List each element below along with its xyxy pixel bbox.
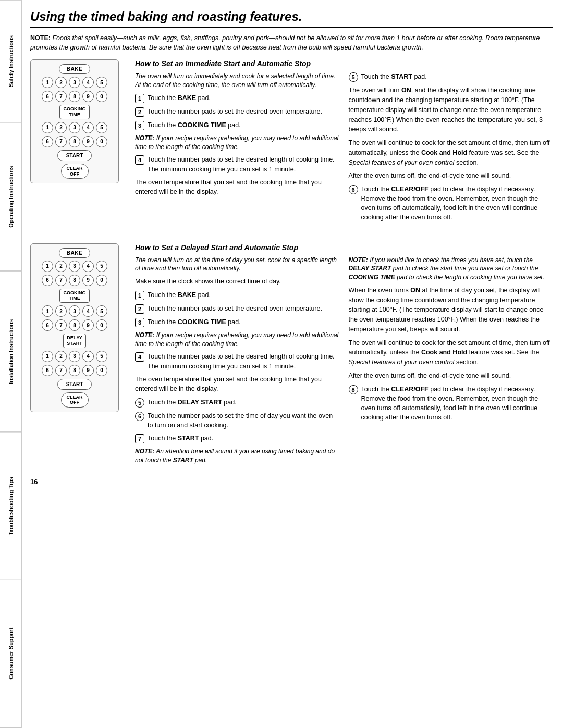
section1-cook-hold: The oven will continue to cook for the s… — [349, 138, 553, 167]
step1-4: 4 Touch the number pads to set the desir… — [135, 155, 339, 174]
step-num-2-1: 1 — [135, 291, 144, 300]
sidebar-label-consumer: Consumer Support — [8, 628, 14, 680]
step1-1: 1 Touch the BAKE pad. — [135, 93, 339, 103]
num-row-2c: 1 2 3 4 5 — [42, 305, 107, 317]
section-delayed: BAKE 1 2 3 4 5 6 7 8 9 0 COOKINGTIME — [30, 243, 553, 469]
section2-preheating-note: NOTE: If your recipe requires preheating… — [135, 331, 339, 349]
num-0: 0 — [96, 91, 107, 102]
num-9: 9 — [82, 91, 94, 102]
section1-heading: How to Set an Immediate Start and Automa… — [135, 59, 553, 68]
step2-2: 2 Touch the number pads to set the desir… — [135, 304, 339, 314]
section-immediate: BAKE 1 2 3 4 5 6 7 8 9 0 COOKINGTIME — [30, 59, 553, 226]
num-row-1d: 6 7 8 9 0 — [42, 136, 107, 147]
section2-left: BAKE 1 2 3 4 5 6 7 8 9 0 COOKINGTIME — [30, 243, 127, 469]
sidebar-item-safety: Safety Instructions — [0, 0, 21, 122]
num-7: 7 — [55, 91, 67, 102]
main-content: Using the timed baking and roasting feat… — [22, 0, 563, 728]
sidebar-item-installation: Installation Instructions — [0, 271, 21, 432]
num-row-2d: 6 7 8 9 0 — [42, 319, 107, 331]
section1-on-text: The oven will turn ON, and the display w… — [349, 85, 553, 134]
top-note-text: Foods that spoil easily—such as milk, eg… — [30, 34, 540, 51]
step1-3: 3 Touch the COOKING TIME pad. — [135, 120, 339, 130]
section1-col-left: The oven will turn on immediately and co… — [135, 72, 339, 226]
section1-preheating-note: NOTE: If your recipe requires preheating… — [135, 134, 339, 152]
sidebar-item-troubleshooting: Troubleshooting Tips — [0, 432, 21, 581]
step-num-2-2: 2 — [135, 304, 144, 314]
page-number: 16 — [30, 478, 553, 486]
cooking-time-button-2: COOKINGTIME — [59, 289, 89, 303]
sidebar-label-installation: Installation Instructions — [8, 319, 14, 384]
step1-6: 6 Touch the CLEAR/OFF pad to clear the d… — [349, 184, 553, 223]
section2-display-note: The oven temperature that you set and th… — [135, 375, 339, 394]
num-row-1a: 1 2 3 4 5 — [42, 77, 107, 88]
step-num-2-8: 8 — [349, 385, 358, 394]
num-row-1b: 6 7 8 9 0 — [42, 91, 107, 102]
cooking-time-button-1: COOKINGTIME — [59, 105, 89, 119]
section2-heading: How to Set a Delayed Start and Automatic… — [135, 243, 553, 252]
sidebar-label-operating: Operating Instructions — [8, 166, 14, 228]
step-num-2-5: 5 — [135, 398, 144, 408]
start-button-2: START — [57, 379, 92, 390]
section2-col-right: NOTE: If you would like to check the tim… — [349, 256, 553, 469]
step2-1: 1 Touch the BAKE pad. — [135, 290, 339, 300]
num-8: 8 — [69, 91, 80, 102]
sidebar: Safety Instructions Operating Instructio… — [0, 0, 22, 728]
step-num-2-4: 4 — [135, 352, 144, 362]
section1-intro: The oven will turn on immediately and co… — [135, 72, 339, 90]
section1-display-note: The oven temperature that you set and th… — [135, 178, 339, 198]
num-2: 2 — [55, 77, 67, 88]
oven-panel-2: BAKE 1 2 3 4 5 6 7 8 9 0 COOKINGTIME — [30, 243, 119, 413]
num-6: 6 — [42, 91, 53, 102]
step2-6: 6 Touch the number pads to set the time … — [135, 411, 339, 430]
num-row-2b: 6 7 8 9 0 — [42, 275, 107, 286]
section1-col-right: 5 Touch the START pad. The oven will tur… — [349, 72, 553, 226]
sidebar-item-consumer: Consumer Support — [0, 580, 21, 728]
section2-right: How to Set a Delayed Start and Automatic… — [135, 243, 553, 469]
step-num-1-5: 5 — [349, 72, 358, 82]
num-3: 3 — [69, 77, 80, 88]
step2-8: 8 Touch the CLEAR/OFF pad to clear the d… — [349, 385, 553, 423]
section2-col-left: The oven will turn on at the time of day… — [135, 256, 339, 469]
sidebar-label-safety: Safety Instructions — [8, 36, 14, 88]
step2-5: 5 Touch the DELAY START pad. — [135, 398, 339, 408]
step1-2: 2 Touch the number pads to set the desir… — [135, 107, 339, 117]
section2-cook-hold: The oven will continue to cook for the s… — [349, 338, 553, 367]
step-num-1-6: 6 — [349, 185, 358, 194]
section2-text-cols: The oven will turn on at the time of day… — [135, 256, 553, 469]
num-5: 5 — [96, 77, 107, 88]
step-num-1-1: 1 — [135, 94, 144, 103]
section2-intro: The oven will turn on at the time of day… — [135, 256, 339, 274]
num-row-2f: 6 7 8 9 0 — [42, 365, 107, 376]
bake-button-2: BAKE — [59, 248, 90, 258]
num-row-2e: 1 2 3 4 5 — [42, 351, 107, 362]
start-button-1: START — [57, 150, 92, 161]
section2-on-text: When the oven turns ON at the time of da… — [349, 286, 553, 335]
step-num-2-6: 6 — [135, 412, 144, 421]
sidebar-item-operating: Operating Instructions — [0, 122, 21, 271]
step-num-2-3: 3 — [135, 318, 144, 327]
section1-right: How to Set an Immediate Start and Automa… — [135, 59, 553, 226]
top-note: NOTE: Foods that spoil easily—such as mi… — [30, 33, 553, 52]
section1-end-cycle: After the oven turns off, the end-of-cyc… — [349, 171, 553, 181]
num-row-2a: 1 2 3 4 5 — [42, 261, 107, 272]
step2-3: 3 Touch the COOKING TIME pad. — [135, 317, 339, 327]
section-divider — [30, 236, 553, 236]
step2-4: 4 Touch the number pads to set the desir… — [135, 352, 339, 371]
step-num-1-4: 4 — [135, 155, 144, 165]
clear-button-1: CLEAROFF — [61, 164, 89, 179]
page-title: Using the timed baking and roasting feat… — [30, 9, 553, 28]
num-1: 1 — [42, 77, 53, 88]
num-row-1c: 1 2 3 4 5 — [42, 122, 107, 133]
num-4: 4 — [82, 77, 94, 88]
bake-button-1: BAKE — [59, 64, 90, 74]
step2-7: 7 Touch the START pad. — [135, 434, 339, 443]
step-num-1-2: 2 — [135, 107, 144, 117]
section2-check-note: NOTE: If you would like to check the tim… — [349, 256, 553, 282]
step-num-1-3: 3 — [135, 121, 144, 130]
sidebar-label-troubleshooting: Troubleshooting Tips — [8, 477, 14, 535]
section1-text-cols: The oven will turn on immediately and co… — [135, 72, 553, 226]
step1-5: 5 Touch the START pad. — [349, 72, 553, 82]
section1-left: BAKE 1 2 3 4 5 6 7 8 9 0 COOKINGTIME — [30, 59, 127, 226]
section2-make-sure: Make sure the clock shows the correct ti… — [135, 277, 339, 287]
clear-button-2: CLEAROFF — [61, 392, 89, 408]
